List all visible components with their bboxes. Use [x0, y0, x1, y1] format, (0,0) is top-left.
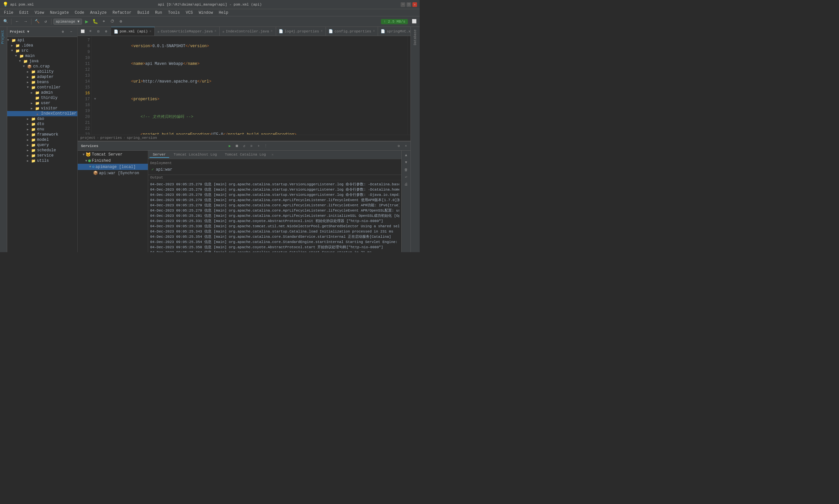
output-clear[interactable]: 🗑	[403, 166, 410, 173]
tree-item-src[interactable]: ▼ 📁 src	[7, 48, 78, 53]
services-add-icon[interactable]: +	[255, 143, 262, 149]
tree-item-cncrap[interactable]: ▼ 📦 cn.crap	[7, 64, 78, 69]
server-tab-catalina-log[interactable]: Tomcat Catalina Log	[222, 152, 269, 158]
services-stop-icon[interactable]: ⏹	[234, 143, 240, 149]
services-more-icon[interactable]: ⋮	[263, 143, 269, 149]
project-gear-icon[interactable]: ⚙	[59, 28, 67, 35]
tree-item-idea[interactable]: ▶ 📁 .idea	[7, 43, 78, 48]
tab-indexcontroller[interactable]: ☕ IndexController.java ×	[220, 27, 276, 36]
tree-item-beans[interactable]: ▶ 📁 beans	[7, 79, 78, 85]
tab-action-1[interactable]: ⬜	[79, 28, 86, 35]
tab-custommapper-close[interactable]: ×	[214, 30, 217, 33]
tab-log4j-close[interactable]: ×	[320, 30, 323, 33]
expand-button[interactable]: ⬜	[410, 18, 418, 25]
tree-item-query[interactable]: ▶ 📁 query	[7, 142, 78, 148]
profile-button[interactable]: ⏱	[109, 18, 116, 25]
service-tree-item-apiwar[interactable]: 📦 api:war [Synchron	[78, 170, 148, 176]
tab-action-2[interactable]: ≡	[87, 28, 94, 35]
menu-navigate[interactable]: Navigate	[47, 10, 71, 16]
project-tab-label[interactable]: Project	[0, 28, 7, 47]
tree-item-user[interactable]: ▶ 📁 user	[7, 101, 78, 106]
service-tree-item-apimanage[interactable]: ▼ ⚙ apimanage [local]	[78, 164, 148, 170]
settings-button[interactable]: ⚙	[117, 18, 124, 25]
menu-help[interactable]: Help	[216, 10, 231, 16]
maximize-button[interactable]: □	[407, 2, 411, 7]
tree-item-thirdly[interactable]: ▶ 📁 thirdly	[7, 95, 78, 101]
forward-button[interactable]: →	[22, 18, 29, 25]
menu-view[interactable]: View	[32, 10, 47, 16]
output-print[interactable]: 🖨	[403, 181, 410, 187]
breadcrumb-item-properties[interactable]: properties	[100, 136, 122, 140]
back-button[interactable]: ←	[14, 18, 21, 25]
output-scroll-up[interactable]: ▲	[403, 152, 410, 159]
tree-item-model[interactable]: ▶ 📁 model	[7, 137, 78, 142]
server-tab-localhost-log[interactable]: Tomcat Localhost Log	[171, 152, 220, 158]
tree-item-indexcontroller[interactable]: ▶ ☕ IndexController	[7, 111, 78, 116]
run-button[interactable]: ▶	[83, 18, 90, 25]
tab-config[interactable]: 📄 config.properties ×	[326, 27, 378, 36]
folder-icon-service: 📁	[31, 153, 36, 158]
service-tree-item-finished[interactable]: ▼ Finished	[78, 158, 148, 164]
project-collapse-icon[interactable]: −	[68, 28, 75, 35]
tab-pom-xml[interactable]: 📄 pom.xml (api) ×	[111, 27, 155, 36]
fold-icon-10[interactable]: ▼	[94, 96, 98, 102]
breadcrumb-item-project[interactable]: project	[80, 136, 96, 140]
tree-item-ability[interactable]: ▶ 📁 ability	[7, 69, 78, 74]
tab-indexcontroller-close[interactable]: ×	[271, 30, 273, 33]
server-output[interactable]: 04-Dec-2023 09:05:25.279 信息 [main] org.a…	[148, 180, 401, 252]
coverage-button[interactable]: ☂	[100, 18, 107, 25]
breadcrumb-item-spring-version[interactable]: spring_version	[126, 136, 157, 140]
tree-item-dto[interactable]: ▶ 📁 dto	[7, 122, 78, 127]
tree-item-main[interactable]: ▼ 📁 main	[7, 53, 78, 59]
menu-build[interactable]: Build	[135, 10, 152, 16]
server-tab-server[interactable]: Server	[150, 152, 169, 158]
tab-settings[interactable]: ⚙	[103, 28, 110, 35]
menu-analyze[interactable]: Analyze	[88, 10, 109, 16]
close-button[interactable]: ✕	[412, 2, 417, 7]
search-everywhere-button[interactable]: 🔍	[2, 18, 9, 25]
tab-pom-close[interactable]: ×	[149, 30, 152, 33]
minimize-button[interactable]: −	[401, 2, 405, 7]
tree-item-adapter[interactable]: ▶ 📁 adapter	[7, 74, 78, 79]
tree-item-service[interactable]: ▶ 📁 service	[7, 153, 78, 158]
catalina-tab-close[interactable]: ×	[271, 153, 274, 157]
menu-vcs[interactable]: VCS	[183, 10, 196, 16]
database-tab-label[interactable]: Database	[413, 28, 417, 47]
menu-run[interactable]: Run	[152, 10, 165, 16]
tree-item-framework[interactable]: ▶ 📁 framework	[7, 132, 78, 137]
menu-tools[interactable]: Tools	[166, 10, 183, 16]
services-collapse-icon[interactable]: ≡	[248, 143, 255, 149]
services-run-icon[interactable]: ▶	[226, 143, 233, 149]
tab-action-3[interactable]: ⊟	[95, 28, 102, 35]
menu-refactor[interactable]: Refactor	[110, 10, 134, 16]
tab-custommapper[interactable]: ☕ CustomArticleMapper.java ×	[155, 27, 220, 36]
service-tree-item-tomcat[interactable]: ▼ 🐱 Tomcat Server	[78, 151, 148, 158]
tab-config-close[interactable]: ×	[373, 30, 375, 33]
menu-code[interactable]: Code	[72, 10, 87, 16]
sync-button[interactable]: ↺	[42, 18, 49, 25]
code-editor[interactable]: <version>0.0.1-SNAPSHOT</version> <name>…	[91, 36, 407, 134]
tab-log4j[interactable]: 📄 log4j.properties ×	[276, 27, 326, 36]
tree-item-dao[interactable]: ▶ 📁 dao	[7, 116, 78, 122]
bottom-settings-icon[interactable]: ⚙	[395, 143, 402, 149]
tree-item-admin[interactable]: ▶ 📁 admin	[7, 90, 78, 95]
tree-item-visitor[interactable]: ▶ 📁 visitor	[7, 106, 78, 111]
tree-item-java[interactable]: ▼ 📁 java	[7, 59, 78, 64]
debug-button[interactable]: 🐛	[92, 18, 99, 25]
tree-item-controller[interactable]: ▼ 📁 controller	[7, 85, 78, 90]
services-restart-icon[interactable]: ↺	[241, 143, 247, 149]
output-wrap[interactable]: ↩	[403, 174, 410, 180]
editor-vertical-scrollbar[interactable]	[407, 36, 410, 134]
tree-item-schedule[interactable]: ▶ 📁 schedule	[7, 148, 78, 153]
menu-window[interactable]: Window	[196, 10, 216, 16]
tree-item-api[interactable]: ▼ 📁 api	[7, 38, 78, 43]
bottom-close-icon[interactable]: ×	[403, 143, 409, 149]
output-scroll-down[interactable]: ▼	[403, 159, 410, 166]
tree-item-utils[interactable]: ▶ 📁 utils	[7, 158, 78, 163]
build-button[interactable]: 🔨	[33, 18, 41, 25]
menu-file[interactable]: File	[1, 10, 16, 16]
run-configuration-selector[interactable]: apimanage ▼	[53, 19, 82, 24]
tree-item-enu[interactable]: ▶ 📁 enu	[7, 127, 78, 132]
menu-edit[interactable]: Edit	[17, 10, 32, 16]
tab-springmvc[interactable]: 📄 springMVC.xml ×	[378, 27, 410, 36]
